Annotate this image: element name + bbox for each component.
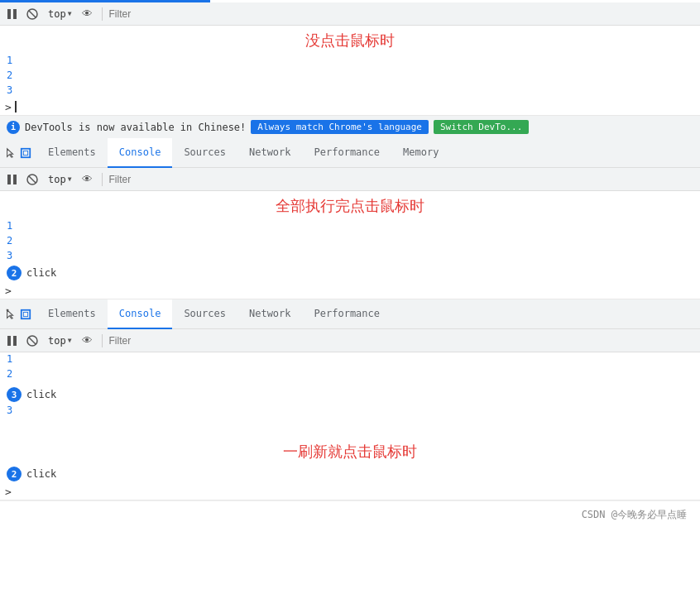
svg-rect-4 [22,148,31,157]
svg-rect-6 [7,175,11,184]
tabs-bar-2: Elements Console Sources Network Perform… [0,138,700,168]
tabs-bar-3: Elements Console Sources Network Perform… [0,299,700,329]
tab-console-3[interactable]: Console [108,299,173,329]
console-output-1: 1 2 3 [0,54,700,98]
filter-input-2[interactable] [109,174,695,185]
console-prompt-1[interactable]: > [0,98,700,115]
console-line: 3 [0,404,700,419]
tab-network-2[interactable]: Network [237,138,303,168]
toolbar-1: top ▼ 👁 [0,2,700,26]
console-line: 1 [0,219,700,234]
svg-rect-11 [22,309,31,318]
tab-performance-3[interactable]: Performance [303,299,391,329]
context-selector-2[interactable]: top ▼ [45,172,75,187]
cursor [15,101,17,113]
svg-rect-0 [7,9,11,19]
click-badge-3-bottom: 2 click [0,465,700,483]
filter-input-3[interactable] [109,335,695,347]
cursor-icon-2[interactable] [3,146,18,160]
context-selector-3[interactable]: top ▼ [45,333,75,348]
tab-icons-left-2 [3,146,33,160]
footer-text: CSDN @今晚务必早点睡 [582,509,687,520]
toolbar-3: top ▼ 👁 [0,329,700,352]
stop-icon-3[interactable] [25,333,40,348]
console-prompt-2[interactable]: > [0,282,700,299]
divider-2 [102,173,103,186]
badge-count-3-top: 3 [7,387,22,402]
cursor-icon-3[interactable] [3,307,18,322]
prompt-arrow-2: > [5,285,12,297]
console-line: 2 [0,234,700,249]
svg-rect-14 [13,336,17,346]
info-bar: i DevTools is now available in Chinese! … [0,116,700,138]
tab-icons-left-3 [3,307,33,322]
tab-network-3[interactable]: Network [237,299,303,329]
run-icon[interactable] [5,7,20,22]
tab-memory-2[interactable]: Memory [391,138,450,168]
tab-elements-3[interactable]: Elements [36,299,108,329]
panel-1: top ▼ 👁 没点击鼠标时 1 2 3 > [0,0,700,116]
badge-label-3-bottom: click [26,468,56,480]
svg-rect-7 [13,175,17,184]
eye-icon-2[interactable]: 👁 [80,172,95,187]
tab-console-2[interactable]: Console [108,138,173,168]
stop-icon-2[interactable] [25,172,40,187]
badge-label-3-top: click [26,389,56,400]
section-label-3: 一刷新就点击鼠标时 [0,437,700,465]
tab-sources-2[interactable]: Sources [172,138,237,168]
prompt-arrow: > [5,101,12,113]
panel-2: Elements Console Sources Network Perform… [0,138,700,299]
console-line: 1 [0,54,700,69]
svg-rect-13 [7,336,11,346]
info-icon: i [7,121,20,134]
prompt-arrow-3: > [5,486,12,498]
console-prompt-3[interactable]: > [0,483,700,500]
svg-rect-1 [13,9,17,19]
context-label-1: top [48,8,66,20]
section-label-2: 全部执行完点击鼠标时 [0,191,700,219]
svg-line-16 [29,338,36,344]
footer: CSDN @今晚务必早点睡 [0,500,700,529]
badge-count-3-bottom: 2 [7,467,22,481]
svg-rect-12 [23,312,27,316]
click-badge-2: 2 click [0,264,700,282]
console-output-2: 1 2 3 [0,219,700,264]
tab-performance-2[interactable]: Performance [303,138,391,168]
match-language-button[interactable]: Always match Chrome's language [251,120,429,134]
context-label-3: top [48,335,66,347]
svg-rect-5 [23,151,27,155]
console-line: 3 [0,249,700,264]
stop-icon[interactable] [25,7,40,22]
console-output-3b: 3 [0,404,700,437]
divider-3 [102,334,103,347]
box-icon-3[interactable] [18,307,33,322]
switch-devtools-button[interactable]: Switch DevTo... [434,120,529,134]
section-label-1: 没点击鼠标时 [0,26,700,54]
eye-icon-3[interactable]: 👁 [80,333,95,348]
run-icon-3[interactable] [5,333,20,348]
svg-line-9 [29,176,36,183]
divider-1 [102,7,103,21]
filter-input-1[interactable] [109,8,695,20]
console-output-3a: 1 2 [0,352,700,385]
toolbar-2: top ▼ 👁 [0,168,700,191]
info-text: DevTools is now available in Chinese! [25,122,246,133]
context-label-2: top [48,174,66,185]
tab-elements-2[interactable]: Elements [36,138,108,168]
context-selector-1[interactable]: top ▼ [45,7,75,22]
run-icon-2[interactable] [5,172,20,187]
tab-sources-3[interactable]: Sources [172,299,237,329]
click-badge-3-top: 3 click [0,385,700,404]
console-line: 1 [0,352,700,367]
box-icon-2[interactable] [18,146,33,160]
console-line: 3 [0,84,700,98]
chevron-down-icon-2: ▼ [68,175,72,183]
svg-line-3 [29,11,36,17]
badge-count-2: 2 [7,266,22,280]
eye-icon-1[interactable]: 👁 [80,7,95,22]
console-line: 2 [0,367,700,382]
chevron-down-icon: ▼ [68,10,72,17]
chevron-down-icon-3: ▼ [68,337,72,344]
panel-3: Elements Console Sources Network Perform… [0,299,700,500]
console-line: 2 [0,69,700,84]
